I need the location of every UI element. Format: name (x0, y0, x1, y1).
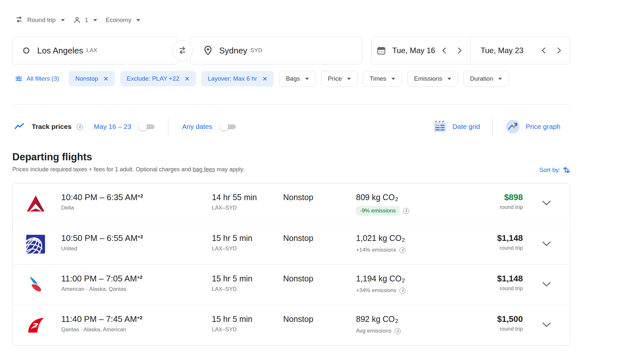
price-graph-button[interactable]: Price graph (505, 119, 560, 134)
return-date-field[interactable]: Tue, May 23 (471, 37, 570, 64)
date-grid-button[interactable]: Date grid (433, 119, 480, 134)
any-dates-toggle[interactable] (220, 122, 236, 131)
chip-label: Bags (286, 75, 300, 82)
flight-row[interactable]: 11:40 PM – 7:45 AM+2 Qantas · Alaska, Am… (13, 305, 570, 345)
track-prices-toggle[interactable] (138, 122, 155, 131)
search-row: Los Angeles LAX Sydney SYD Tue, May 16 (12, 37, 570, 64)
stops: Nonstop (283, 274, 356, 283)
destination-city: Sydney (219, 46, 248, 56)
route: LAX–SYD (212, 205, 283, 211)
filter-chips-row: All filters (3) Nonstop ✕ Exclude: PLAY … (12, 71, 570, 86)
info-icon[interactable]: i (77, 124, 83, 130)
filter-chip-emissions[interactable]: Emissions (407, 71, 458, 86)
passengers-dropdown[interactable]: 1 (73, 16, 103, 24)
chevron-down-icon (61, 19, 65, 21)
price-note: round trip (474, 326, 523, 332)
info-icon[interactable]: i (399, 247, 406, 253)
expand-flight-button[interactable] (539, 238, 554, 251)
depart-date-prev-button[interactable] (441, 46, 448, 55)
destination-input[interactable]: Sydney SYD (190, 37, 362, 64)
close-icon[interactable]: ✕ (103, 75, 109, 83)
route: LAX–SYD (212, 286, 283, 292)
all-filters-button[interactable]: All filters (3) (12, 75, 63, 83)
passengers-count: 1 (85, 17, 88, 24)
chevron-down-icon (498, 78, 502, 80)
route: LAX–SYD (212, 326, 283, 333)
chip-label: Nonstop (75, 75, 98, 82)
swap-locations-button[interactable] (172, 40, 193, 61)
chip-label: Exclude: PLAY +22 (127, 75, 179, 82)
close-icon[interactable]: ✕ (185, 75, 190, 83)
filter-chip-exclude-play[interactable]: Exclude: PLAY +22 ✕ (120, 71, 196, 86)
duration-cell: 15 hr 5 min LAX–SYD (212, 314, 283, 333)
chip-label: Duration (470, 75, 493, 82)
depart-date-next-button[interactable] (456, 46, 463, 55)
price-note: round trip (474, 204, 523, 210)
origin-input[interactable]: Los Angeles LAX (12, 37, 178, 64)
stops-cell: Nonstop (283, 314, 356, 324)
duration-cell: 15 hr 5 min LAX–SYD (212, 274, 283, 292)
return-date-next-button[interactable] (556, 46, 563, 55)
price: $1,500 (474, 314, 523, 324)
info-icon[interactable]: i (399, 288, 406, 294)
price: $1,148 (474, 233, 523, 243)
flight-times-cell: 10:40 PM – 6:35 AM+2 Delta (61, 192, 212, 211)
track-date-range-label: May 16 – 23 (94, 123, 132, 131)
filter-chip-bags[interactable]: Bags (279, 71, 316, 86)
cabin-class-label: Economy (106, 17, 131, 24)
sort-by-button[interactable]: Sort by: (539, 166, 570, 174)
return-date: Tue, May 23 (480, 46, 524, 55)
tune-icon (15, 75, 23, 83)
stops: Nonstop (283, 314, 356, 324)
emissions-cell: 809 kg CO2 -9% emissionsi (356, 192, 474, 216)
delta-logo (26, 194, 61, 214)
filter-chip-layover[interactable]: Layover: Max 6 hr ✕ (201, 71, 274, 86)
flight-times: 11:40 PM – 7:45 AM (61, 314, 137, 324)
price-cell: $1,500 round trip (474, 314, 523, 332)
plus-days: +2 (138, 234, 143, 239)
expand-flight-button[interactable] (539, 319, 554, 332)
track-prices-label: Track prices (32, 123, 72, 131)
co2-value: 892 kg CO (356, 314, 395, 324)
price-note: round trip (474, 285, 523, 292)
filter-chip-price[interactable]: Price (321, 71, 358, 86)
emissions-cell: 1,194 kg CO2 +34% emissionsi (356, 274, 474, 294)
origin-code: LAX (86, 47, 98, 54)
duration: 15 hr 5 min (212, 274, 283, 283)
depart-date-field[interactable]: Tue, May 16 (372, 37, 471, 64)
filter-chip-duration[interactable]: Duration (463, 71, 509, 86)
close-icon[interactable]: ✕ (262, 75, 268, 83)
flight-row[interactable]: 10:40 PM – 6:35 AM+2 Delta 14 hr 55 min … (13, 183, 570, 224)
return-date-prev-button[interactable] (540, 46, 547, 55)
cabin-class-dropdown[interactable]: Economy (106, 17, 145, 24)
location-pin-icon (204, 46, 212, 55)
flight-row[interactable]: 10:50 PM – 6:55 AM+2 United 15 hr 5 min … (13, 224, 570, 264)
expand-flight-button[interactable] (539, 279, 554, 291)
expand-flight-button[interactable] (539, 197, 554, 210)
swap-horiz-icon (15, 17, 23, 24)
bag-fees-link[interactable]: bag fees (193, 166, 215, 173)
flight-row[interactable]: 11:00 PM – 7:05 AM+2 American · Alaska, … (13, 264, 570, 305)
depart-date: Tue, May 16 (392, 46, 435, 55)
origin-circle-icon (22, 47, 30, 54)
price-cell: $898 round trip (474, 192, 523, 210)
date-grid-icon (433, 119, 447, 134)
info-icon[interactable]: i (395, 328, 401, 334)
destination-code: SYD (250, 47, 262, 54)
filter-chip-nonstop[interactable]: Nonstop ✕ (69, 71, 115, 86)
united-logo (26, 234, 61, 254)
chip-label: Price (328, 75, 342, 82)
filter-chip-times[interactable]: Times (363, 71, 402, 86)
stops: Nonstop (283, 233, 356, 243)
airlines-label: United (61, 245, 212, 252)
chevron-down-icon (347, 78, 351, 80)
duration: 15 hr 5 min (212, 233, 283, 243)
chevron-down-icon (447, 78, 451, 80)
price: $1,148 (474, 274, 523, 283)
price-graph-label: Price graph (526, 123, 560, 131)
info-icon[interactable]: i (403, 208, 409, 214)
plus-days: +2 (137, 315, 143, 320)
duration-cell: 15 hr 5 min LAX–SYD (212, 233, 283, 252)
emissions-note: +34% emissions (356, 287, 396, 294)
trip-type-dropdown[interactable]: Round trip (15, 17, 70, 24)
